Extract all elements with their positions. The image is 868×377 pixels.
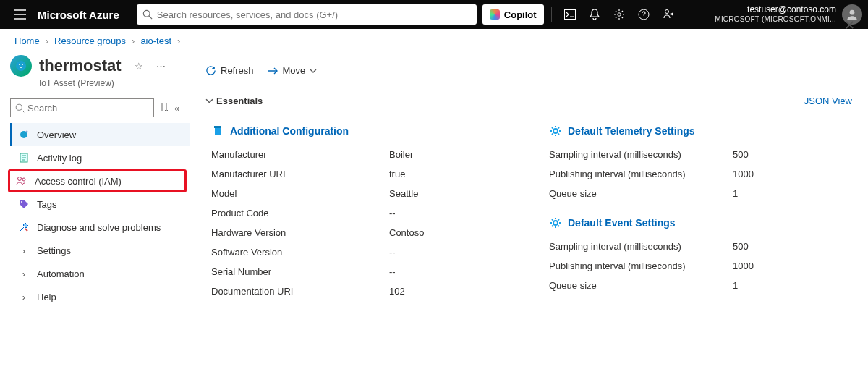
kv-row: Sampling interval (milliseconds)500 [549,145,852,164]
essentials-header[interactable]: Essentials JSON View [205,88,852,114]
kv-row: Documentation URI102 [211,281,514,301]
chevron-right-icon: › [18,268,30,279]
svg-point-9 [22,64,23,65]
account-tenant: MICROSOFT (MICROSOFT.ONMI... [715,15,836,24]
copilot-button[interactable]: Copilot [482,4,544,25]
svg-rect-19 [214,126,221,128]
search-icon [142,9,153,20]
svg-point-13 [26,131,28,133]
sidebar-item-label: Overview [37,130,76,140]
kv-row: Manufacturer URItrue [211,164,514,184]
section-telemetry: Default Telemetry Settings [549,124,852,137]
global-search[interactable] [137,4,477,25]
refresh-label: Refresh [221,65,254,76]
svg-point-8 [19,64,20,65]
chevron-right-icon: › [18,245,30,256]
move-label: Move [283,65,306,76]
sidebar-item-automation[interactable]: › Automation [10,262,190,285]
kv-row: Publishing interval (milliseconds)1000 [549,256,852,276]
svg-point-21 [553,221,558,225]
gear-icon [549,124,562,137]
people-icon [16,176,27,186]
pin-star-icon[interactable]: ☆ [135,61,143,72]
json-view-link[interactable]: JSON View [804,96,852,106]
kv-row: Serial Number-- [211,262,514,281]
log-icon [18,153,30,163]
tools-icon [18,222,30,232]
sidebar-item-diagnose[interactable]: Diagnose and solve problems [10,216,190,239]
cloudshell-icon[interactable] [558,0,582,29]
left-column: thermostat ☆ ⋯ IoT Asset (Preview) « Ove… [0,52,190,377]
sidebar-item-activity-log[interactable]: Activity log [10,146,190,169]
kv-row: Product Code-- [211,203,514,223]
tag-icon [18,199,30,209]
svg-point-0 [143,10,150,17]
kv-row: Queue size1 [549,184,852,203]
crumb-resource-groups[interactable]: Resource groups [54,35,126,46]
svg-point-16 [22,178,25,181]
kv-row: ModelSeattle [211,184,514,203]
section-title: Default Telemetry Settings [568,125,695,137]
gear-icon [549,216,562,229]
sparkle-icon [18,130,30,140]
svg-point-6 [850,10,855,15]
resource-menu: Overview Activity log Access control (IA… [10,123,190,308]
collapse-icon[interactable]: « [174,103,179,114]
section-event: Default Event Settings [549,216,852,229]
sidebar-item-overview[interactable]: Overview [10,123,190,146]
crumb-home[interactable]: Home [14,35,40,46]
svg-point-5 [665,10,668,14]
notifications-icon[interactable] [582,0,607,29]
resource-type-icon [10,55,32,77]
essentials-label: Essentials [216,96,263,106]
copilot-icon [490,9,500,20]
hamburger-icon[interactable] [6,9,35,20]
section-additional-config: Additional Configuration [211,124,514,137]
sidebar-item-access-control[interactable]: Access control (IAM) [8,169,187,192]
sidebar-item-help[interactable]: › Help [10,285,190,308]
sidebar-item-label: Tags [37,199,56,210]
settings-icon[interactable] [607,0,631,29]
sidebar-item-settings[interactable]: › Settings [10,239,190,262]
svg-point-3 [617,13,620,16]
menu-search[interactable] [10,98,154,117]
sort-icon[interactable] [160,102,169,114]
copilot-label: Copilot [504,9,537,20]
topbar: Microsoft Azure Copilot testuser@contoso… [0,0,868,29]
arrow-right-icon [267,67,278,75]
main-pane: ✕ Refresh Move Essentials JSON View Addi… [190,52,868,377]
global-search-input[interactable] [157,9,471,20]
kv-row: Sampling interval (milliseconds)500 [549,237,852,256]
svg-rect-2 [564,10,575,20]
svg-point-10 [16,104,22,110]
refresh-icon [205,65,216,76]
search-icon [15,103,25,113]
svg-point-15 [18,177,22,181]
section-title: Additional Configuration [230,125,349,137]
kv-row: ManufacturerBoiler [211,145,514,164]
sidebar-item-tags[interactable]: Tags [10,192,190,216]
account-email: testuser@contoso.com [715,5,836,15]
svg-point-20 [553,129,558,133]
page-title: thermostat [39,56,122,75]
svg-line-11 [22,109,25,112]
sidebar-item-label: Automation [37,268,85,279]
chevron-down-icon [205,98,213,103]
move-button[interactable]: Move [267,65,318,76]
essentials-body: Additional Configuration ManufacturerBoi… [205,114,852,301]
brand-label: Microsoft Azure [38,9,119,21]
help-icon[interactable] [631,0,656,29]
command-bar: Refresh Move [205,56,852,85]
sidebar-item-label: Access control (IAM) [35,176,122,187]
config-icon [211,124,224,137]
divider [551,7,552,22]
crumb-aio-test[interactable]: aio-test [140,35,171,46]
kv-row: Hardware VersionContoso [211,223,514,242]
close-icon[interactable]: ✕ [844,17,855,33]
kv-row: Publishing interval (milliseconds)1000 [549,164,852,184]
menu-search-input[interactable] [27,103,149,114]
account-block[interactable]: testuser@contoso.com MICROSOFT (MICROSOF… [715,5,842,23]
more-icon[interactable]: ⋯ [156,61,166,72]
refresh-button[interactable]: Refresh [205,65,254,76]
feedback-icon[interactable] [656,0,681,29]
